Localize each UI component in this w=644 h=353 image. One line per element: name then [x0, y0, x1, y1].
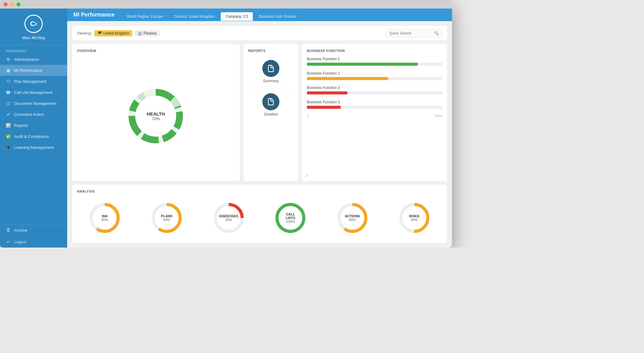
sidebar-label-archive: Archive: [14, 228, 27, 233]
bf-axis-start: 0: [307, 114, 309, 118]
phone-icon: ☎: [5, 90, 11, 95]
bf-item-name: Business Function 2: [307, 71, 442, 75]
report-item-detailed[interactable]: Detailed: [248, 93, 293, 116]
logout-icon: ↩: [5, 239, 11, 245]
building-icon: 🏢: [138, 31, 142, 35]
sidebar-item-document-management[interactable]: ◫ Document Management: [0, 98, 67, 109]
sidebar: C2 Marc McStay Administration ⚙ Administ…: [0, 9, 67, 248]
sidebar-item-mi-performance[interactable]: ▦ MI Performance: [0, 65, 67, 76]
gear-icon: ⚙: [5, 57, 11, 62]
bf-items-container: Business Function 1 Business Function 2 …: [307, 57, 442, 109]
sidebar-label-reports: Reports: [14, 123, 28, 128]
report-detailed-icon: [262, 93, 279, 110]
viewing-bar: Viewing: 🏴 United Kingdom 🏢 Finance 🔍: [72, 26, 447, 40]
bar-chart-icon: 📊: [5, 123, 11, 128]
mini-donut-pct: 60%: [345, 218, 360, 222]
health-pct: 70%: [147, 116, 165, 121]
bf-title: BUSINESS FUNCTION: [307, 49, 442, 53]
top-header: MI Performance World Region: Europe Coun…: [67, 9, 452, 21]
main-content: MI Performance World Region: Europe Coun…: [67, 9, 452, 248]
tab-company[interactable]: Company: C2: [221, 12, 253, 21]
reports-title: REPORTS: [248, 49, 293, 53]
health-label: HEALTH: [147, 111, 165, 116]
analysis-chart-item: ACTIONS 60%: [336, 201, 369, 235]
sidebar-item-archive[interactable]: 🗄 Archive: [0, 224, 67, 236]
analysis-chart-item: EXERCISES 25%: [212, 201, 246, 235]
search-bar[interactable]: 🔍: [386, 29, 442, 37]
document-icon: [267, 64, 275, 73]
sidebar-item-learning-management[interactable]: 🎓 Learning Management: [0, 142, 67, 153]
sidebar-item-audit-compliance[interactable]: ✅ Audit & Compliance: [0, 131, 67, 142]
document-detailed-icon: [267, 97, 275, 106]
sidebar-section-administration: Administration: [0, 45, 67, 54]
layers-icon: ◫: [5, 101, 11, 106]
mini-donut-name: ACTIONS: [345, 214, 360, 218]
overview-panel: OVERVIEW: [72, 44, 240, 181]
viewing-tag-finance: 🏢 Finance: [135, 30, 160, 36]
close-button[interactable]: [4, 2, 8, 6]
logo: C2: [24, 15, 43, 33]
reports-panel: REPORTS Summary: [243, 44, 298, 181]
report-summary-icon: [262, 60, 279, 77]
mini-donut-name: BIA: [101, 214, 108, 218]
check-badge-icon: ✅: [5, 134, 11, 139]
bf-bar: [307, 63, 418, 66]
donut-label: HEALTH 70%: [147, 111, 165, 121]
check-circle-icon: ✔: [5, 112, 11, 117]
search-input[interactable]: [389, 31, 432, 35]
analysis-chart-item: RISKS 50%: [398, 201, 431, 235]
sidebar-item-administration[interactable]: ⚙ Administration: [0, 54, 67, 65]
tab-business-unit[interactable]: Business Unit: Finance: [254, 12, 301, 21]
analysis-charts: BIA 60% PLANS 60% EXERCISES 25%: [77, 198, 442, 238]
bf-item: Business Function 2: [307, 71, 442, 80]
mini-donut-name: CALL LISTS: [282, 212, 299, 220]
page-title: MI Performance: [73, 12, 115, 21]
bf-item-name: Business Function 1: [307, 57, 442, 61]
sidebar-item-logout[interactable]: ↩ Logout: [0, 236, 67, 248]
mini-donut-label: PLANS 60%: [161, 214, 172, 222]
bf-bar-bg: [307, 91, 442, 94]
analysis-title: ANALYSIS: [77, 189, 442, 193]
mini-donut-name: RISKS: [409, 214, 420, 218]
sidebar-item-reports[interactable]: 📊 Reports: [0, 120, 67, 131]
overview-donut-container: HEALTH 70%: [77, 56, 235, 176]
mini-donut-label: ACTIONS 60%: [345, 214, 360, 222]
sidebar-label-corrective-action: Corrective Action: [14, 112, 44, 117]
overview-title: OVERVIEW: [77, 49, 235, 53]
bf-bar: [307, 77, 388, 80]
sidebar-label-document-management: Document Management: [14, 101, 56, 106]
bf-bar: [307, 91, 347, 94]
bf-item: Business Function 1: [307, 57, 442, 66]
bf-item-name: Business Function 3: [307, 86, 442, 90]
viewing-label: Viewing:: [77, 31, 92, 35]
bf-item: Business Function 3: [307, 100, 442, 109]
bf-bar-bg: [307, 106, 442, 109]
sidebar-label-administration: Administration: [14, 57, 39, 62]
maximize-button[interactable]: [16, 2, 20, 6]
bf-item: Business Function 3: [307, 86, 442, 94]
mini-donut-wrapper: RISKS 50%: [398, 201, 431, 235]
analysis-chart-item: PLANS 60%: [150, 201, 184, 235]
logo-superscript: 2: [35, 22, 37, 26]
graduation-icon: 🎓: [5, 145, 11, 150]
analysis-chart-item: BIA 60%: [88, 201, 122, 235]
bf-bar-bg: [307, 63, 442, 66]
mini-donut-pct: 25%: [219, 218, 238, 222]
mini-donut-wrapper: CALL LISTS 100%: [274, 201, 307, 235]
bf-bar-bg: [307, 77, 442, 80]
tab-world-region[interactable]: World Region: Europe: [122, 12, 168, 21]
mini-donut-label: BIA 60%: [101, 214, 108, 222]
analysis-chart-item: CALL LISTS 100%: [274, 201, 307, 235]
sidebar-item-plan-management[interactable]: 🛡 Plan Management: [0, 76, 67, 87]
minimize-button[interactable]: [10, 2, 14, 6]
report-item-summary[interactable]: Summary: [248, 60, 293, 83]
app-layout: C2 Marc McStay Administration ⚙ Administ…: [0, 9, 452, 248]
sidebar-item-call-list[interactable]: ☎ Call List Management: [0, 87, 67, 98]
tab-country[interactable]: Country: United Kingdom: [169, 12, 220, 21]
mini-donut-wrapper: PLANS 60%: [150, 201, 184, 235]
mini-donut-pct: 100%: [282, 220, 299, 223]
expand-button[interactable]: ⤢: [305, 173, 309, 178]
sidebar-label-plan-management: Plan Management: [14, 79, 46, 84]
sidebar-item-corrective-action[interactable]: ✔ Corrective Action: [0, 109, 67, 120]
analysis-panel: ANALYSIS BIA 60% PLANS 60%: [72, 185, 447, 243]
